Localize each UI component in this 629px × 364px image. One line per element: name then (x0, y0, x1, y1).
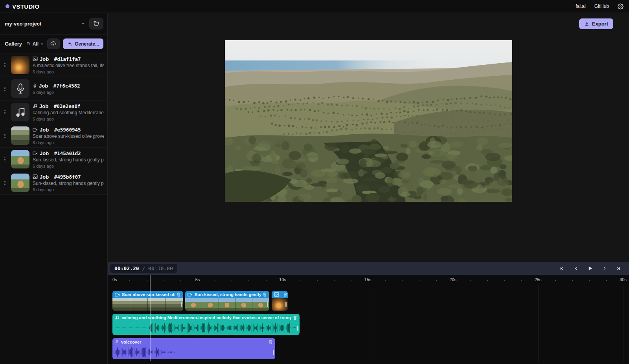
ruler-tick (572, 280, 573, 281)
clip-resize-handle[interactable] (297, 326, 298, 331)
ruler-label: 20s (449, 277, 456, 282)
image-icon (274, 292, 279, 297)
ruler-tick (606, 280, 607, 281)
clip-resize-handle[interactable] (267, 302, 268, 307)
ruler-tick (180, 280, 181, 281)
time-display: 00:02.20 / 00:30.00 (110, 264, 177, 273)
download-icon (584, 21, 589, 26)
job-list-item[interactable]: Job #495b8f07Sun-kissed, strong hands ge… (0, 171, 107, 195)
music-icon (33, 104, 37, 108)
job-list-item[interactable]: Job #d1af1fa7A majestic olive tree stand… (0, 53, 107, 77)
project-selector[interactable]: my-veo-project (5, 21, 41, 27)
audio-waveform (112, 322, 300, 335)
drag-handle-icon[interactable] (2, 63, 8, 67)
clip-label: calming and soothing Mediterranean-inspi… (121, 315, 291, 320)
ruler-tick (164, 280, 164, 281)
video-preview[interactable] (225, 40, 512, 202)
preview-frame-image (225, 40, 512, 202)
drag-handle-icon[interactable] (2, 181, 8, 185)
drag-handle-icon[interactable] (2, 157, 8, 161)
trash-icon[interactable] (177, 292, 181, 297)
job-timestamp: 6 days ago (33, 164, 104, 168)
music-clip[interactable]: calming and soothing Mediterranean-inspi… (112, 314, 300, 335)
app-logo: VSTUDIO (6, 3, 39, 10)
job-thumbnail (11, 174, 29, 192)
timeline-control-bar: 00:02.20 / 00:30.00 (108, 262, 629, 275)
sidebar: my-veo-project Gallery All Generate... (0, 13, 108, 364)
job-timestamp: 6 days ago (33, 187, 104, 192)
video-clip[interactable]: A majestic olive tree (272, 291, 288, 311)
ruler-tick (147, 280, 147, 281)
open-project-button[interactable] (89, 18, 103, 29)
video-clip[interactable]: Sun-kissed, strong hands gently plucking… (185, 291, 269, 311)
ruler-label: 5s (195, 277, 200, 282)
ruler-tick (232, 280, 232, 281)
step-forward-button[interactable] (599, 264, 609, 273)
ruler-tick (436, 280, 437, 281)
clip-label: Soar above sun-kissed olive groves (122, 292, 175, 297)
job-list-item[interactable]: Job #03e2ea0fcalming and soothing Medite… (0, 101, 107, 124)
link-fal-ai[interactable]: fal.ai (576, 4, 585, 9)
chevron-down-icon[interactable] (81, 21, 85, 26)
clip-label: voiceover (121, 340, 267, 344)
ruler-label: 25s (535, 277, 542, 282)
skip-to-end-button[interactable] (613, 264, 623, 273)
job-list-item[interactable]: Job #e5960945Soar above sun-kissed olive… (0, 124, 107, 148)
skip-to-start-button[interactable] (557, 264, 567, 273)
drag-handle-icon[interactable] (2, 110, 8, 114)
ruler-tick (317, 280, 318, 281)
topbar: VSTUDIO fal.ai GitHub (0, 0, 629, 13)
ruler-tick (487, 280, 488, 281)
job-thumbnail (11, 103, 29, 121)
upload-button[interactable] (47, 38, 60, 49)
export-button[interactable]: Export (579, 18, 613, 29)
ruler-tick (215, 280, 215, 281)
film-frame (185, 298, 202, 311)
drag-handle-icon[interactable] (2, 134, 8, 138)
job-title: Job #d1af1fa7 (33, 56, 104, 62)
gallery-filter-dropdown[interactable]: All (26, 41, 44, 47)
drag-handle-icon[interactable] (2, 87, 8, 91)
logo-dot-icon (6, 4, 9, 8)
job-description: A majestic olive tree stands tall, its… (33, 63, 104, 68)
filter-icon (26, 41, 31, 46)
job-timestamp: 6 days ago (33, 90, 104, 95)
trash-icon[interactable] (293, 315, 297, 320)
ruler-label: 0s (112, 277, 117, 282)
job-description: Soar above sun-kissed olive groves,… (33, 134, 104, 139)
playhead[interactable] (150, 275, 151, 361)
trash-icon[interactable] (269, 340, 273, 344)
job-list-item[interactable]: Job #145a01d2Sun-kissed, strong hands ge… (0, 148, 107, 171)
timeline-panel: 00:02.20 / 00:30.00 (108, 262, 629, 364)
link-github[interactable]: GitHub (594, 4, 609, 9)
clip-resize-handle[interactable] (181, 302, 182, 307)
generate-button[interactable]: Generate... (63, 38, 103, 49)
ruler-tick (385, 280, 386, 281)
trash-icon[interactable] (263, 292, 267, 297)
image-icon (33, 174, 38, 179)
clip-resize-handle[interactable] (285, 302, 287, 307)
video-clip[interactable]: Soar above sun-kissed olive groves (112, 291, 183, 311)
clip-resize-handle[interactable] (273, 350, 274, 355)
ruler-label: 15s (364, 277, 372, 282)
step-back-button[interactable] (571, 264, 581, 273)
job-timestamp: 6 days ago (33, 140, 104, 145)
settings-gear-icon[interactable] (618, 4, 623, 9)
timeline-tracks: Soar above sun-kissed olive grovesSun-ki… (108, 285, 629, 364)
job-description: Sun-kissed, strong hands gently pluck… (33, 157, 104, 163)
film-frame (130, 298, 148, 311)
job-list-item[interactable]: Job #7f6c45826 days ago (0, 77, 107, 101)
voice-clip[interactable]: voiceover (112, 338, 275, 359)
ruler-tick (300, 280, 300, 281)
trash-icon[interactable] (283, 292, 287, 297)
total-time: 00:30.00 (148, 265, 173, 271)
ruler-tick (521, 280, 522, 281)
play-button[interactable] (585, 264, 595, 273)
timeline-ruler[interactable]: 0s5s10s15s20s25s30s (108, 275, 629, 285)
job-title: Job #495b8f07 (33, 174, 104, 180)
job-title: Job #145a01d2 (33, 150, 104, 156)
cloud-upload-icon (50, 41, 56, 47)
job-thumbnail (11, 79, 29, 98)
ruler-tick (504, 280, 505, 281)
clip-label: Sun-kissed, strong hands gently plucking… (195, 292, 261, 297)
